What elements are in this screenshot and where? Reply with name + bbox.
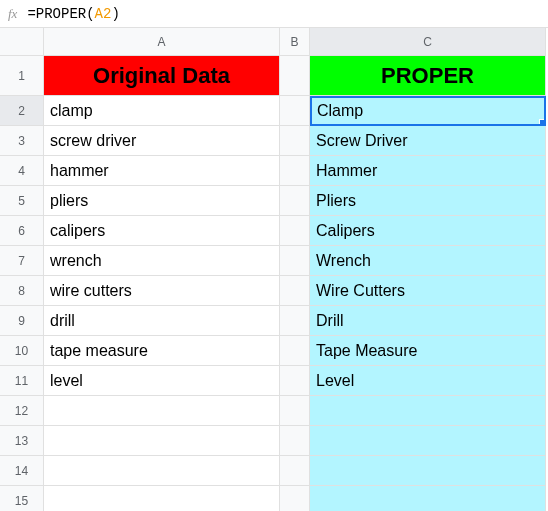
cell-b1[interactable] [280, 56, 310, 96]
cell-b6[interactable] [280, 216, 310, 246]
row-header-9[interactable]: 9 [0, 306, 44, 336]
row-header-8[interactable]: 8 [0, 276, 44, 306]
cell-a13[interactable] [44, 426, 280, 456]
cell-c3[interactable]: Screw Driver [310, 126, 546, 156]
formula-cellref: A2 [95, 6, 112, 22]
row-header-15[interactable]: 15 [0, 486, 44, 511]
formula-text-suffix: ) [111, 6, 119, 22]
cell-a2[interactable]: clamp [44, 96, 280, 126]
fx-icon: fx [8, 6, 17, 22]
cell-b13[interactable] [280, 426, 310, 456]
cell-c6[interactable]: Calipers [310, 216, 546, 246]
cell-a9[interactable]: drill [44, 306, 280, 336]
row-header-5[interactable]: 5 [0, 186, 44, 216]
cell-b8[interactable] [280, 276, 310, 306]
select-all-corner[interactable] [0, 28, 44, 56]
cell-c14[interactable] [310, 456, 546, 486]
cell-a12[interactable] [44, 396, 280, 426]
cell-a6[interactable]: calipers [44, 216, 280, 246]
col-header-a[interactable]: A [44, 28, 280, 56]
cell-a14[interactable] [44, 456, 280, 486]
cell-b2[interactable] [280, 96, 310, 126]
formula-input[interactable]: =PROPER(A2) [27, 6, 119, 22]
cell-b7[interactable] [280, 246, 310, 276]
cell-c8[interactable]: Wire Cutters [310, 276, 546, 306]
cell-a8[interactable]: wire cutters [44, 276, 280, 306]
cell-a1[interactable]: Original Data [44, 56, 280, 96]
spreadsheet-grid[interactable]: A B C 1 Original Data PROPER 2 clamp Cla… [0, 28, 548, 511]
cell-b9[interactable] [280, 306, 310, 336]
formula-bar[interactable]: fx =PROPER(A2) [0, 0, 548, 28]
cell-a4[interactable]: hammer [44, 156, 280, 186]
cell-c2[interactable]: Clamp [310, 96, 546, 126]
row-header-13[interactable]: 13 [0, 426, 44, 456]
row-header-7[interactable]: 7 [0, 246, 44, 276]
cell-b10[interactable] [280, 336, 310, 366]
cell-b11[interactable] [280, 366, 310, 396]
col-header-c[interactable]: C [310, 28, 546, 56]
cell-a10[interactable]: tape measure [44, 336, 280, 366]
row-header-10[interactable]: 10 [0, 336, 44, 366]
cell-c4[interactable]: Hammer [310, 156, 546, 186]
row-header-1[interactable]: 1 [0, 56, 44, 96]
row-header-3[interactable]: 3 [0, 126, 44, 156]
cell-c10[interactable]: Tape Measure [310, 336, 546, 366]
row-header-6[interactable]: 6 [0, 216, 44, 246]
row-header-4[interactable]: 4 [0, 156, 44, 186]
cell-c11[interactable]: Level [310, 366, 546, 396]
cell-b14[interactable] [280, 456, 310, 486]
cell-a15[interactable] [44, 486, 280, 511]
cell-c15[interactable] [310, 486, 546, 511]
col-header-b[interactable]: B [280, 28, 310, 56]
formula-text-prefix: =PROPER( [27, 6, 94, 22]
cell-c1[interactable]: PROPER [310, 56, 546, 96]
cell-b3[interactable] [280, 126, 310, 156]
cell-b12[interactable] [280, 396, 310, 426]
cell-c12[interactable] [310, 396, 546, 426]
cell-c13[interactable] [310, 426, 546, 456]
cell-a5[interactable]: pliers [44, 186, 280, 216]
cell-a11[interactable]: level [44, 366, 280, 396]
row-header-11[interactable]: 11 [0, 366, 44, 396]
row-header-2[interactable]: 2 [0, 96, 44, 126]
cell-a3[interactable]: screw driver [44, 126, 280, 156]
cell-c7[interactable]: Wrench [310, 246, 546, 276]
row-header-14[interactable]: 14 [0, 456, 44, 486]
cell-b5[interactable] [280, 186, 310, 216]
cell-c9[interactable]: Drill [310, 306, 546, 336]
row-header-12[interactable]: 12 [0, 396, 44, 426]
cell-b4[interactable] [280, 156, 310, 186]
cell-c5[interactable]: Pliers [310, 186, 546, 216]
cell-a7[interactable]: wrench [44, 246, 280, 276]
cell-b15[interactable] [280, 486, 310, 511]
